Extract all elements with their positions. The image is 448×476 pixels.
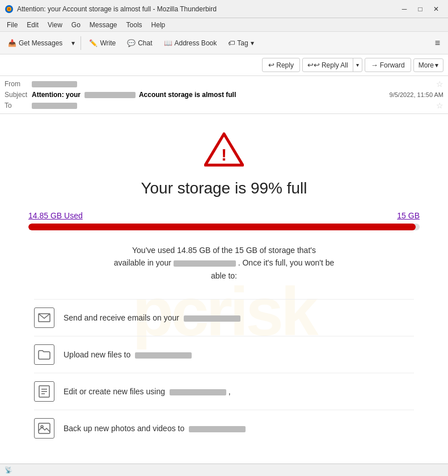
more-dropdown-icon: ▾ bbox=[435, 61, 438, 69]
main-toolbar: 📥 Get Messages ▾ ✏️ Write 💬 Chat 📖 Addre… bbox=[0, 32, 448, 54]
envelope-icon bbox=[34, 307, 54, 328]
desc-line2-suffix: . Once it's full, you won't be bbox=[238, 258, 335, 267]
content-area: ↩ Reply ↩↩ Reply All ▾ → Forward More ▾ bbox=[0, 54, 448, 464]
feature-photos-link bbox=[189, 426, 246, 432]
reply-all-icon: ↩↩ bbox=[307, 61, 320, 69]
feature-photos: Back up new photos and videos to bbox=[34, 410, 414, 446]
to-blurred bbox=[32, 103, 77, 109]
tag-button[interactable]: 🏷 Tag ▾ bbox=[223, 37, 258, 49]
subject-blurred bbox=[84, 92, 136, 98]
from-star-icon[interactable]: ☆ bbox=[436, 79, 443, 89]
storage-labels: 14.85 GB Used 15 GB bbox=[23, 211, 425, 220]
email-pane: ↩ Reply ↩↩ Reply All ▾ → Forward More ▾ bbox=[0, 54, 448, 464]
status-icon: 📡 bbox=[5, 466, 12, 474]
minimize-button[interactable]: ─ bbox=[397, 3, 412, 15]
reply-all-split-button: ↩↩ Reply All ▾ bbox=[302, 58, 362, 72]
menu-help[interactable]: Help bbox=[147, 20, 170, 30]
desc-line3: able to: bbox=[211, 271, 237, 280]
menu-edit[interactable]: Edit bbox=[22, 20, 43, 30]
document-icon bbox=[34, 381, 54, 402]
from-value bbox=[32, 80, 433, 88]
feature-photos-text: Back up new photos and videos to bbox=[64, 424, 414, 433]
feature-edit: Edit or create new files using , bbox=[34, 373, 414, 410]
close-button[interactable]: ✕ bbox=[429, 3, 443, 15]
folder-icon bbox=[34, 344, 54, 365]
content-inner: ! Your storage is 99% full 14.85 GB Used… bbox=[23, 131, 425, 464]
get-messages-button[interactable]: 📥 Get Messages bbox=[3, 37, 67, 49]
reply-all-button[interactable]: ↩↩ Reply All bbox=[303, 58, 353, 71]
tag-dropdown-icon: ▾ bbox=[251, 39, 254, 47]
address-book-button[interactable]: 📖 Address Book bbox=[159, 37, 222, 49]
svg-point-2 bbox=[8, 8, 10, 10]
feature-email: Send and receive emails on your bbox=[34, 299, 414, 336]
to-value bbox=[32, 102, 433, 109]
menu-message[interactable]: Message bbox=[85, 20, 122, 30]
get-messages-icon: 📥 bbox=[8, 39, 16, 47]
write-button[interactable]: ✏️ Write bbox=[84, 37, 120, 49]
menu-go[interactable]: Go bbox=[67, 20, 85, 30]
status-bar: 📡 bbox=[0, 464, 448, 476]
email-date: 9/5/2022, 11:50 AM bbox=[390, 91, 443, 98]
feature-list: Send and receive emails on your Upload n… bbox=[34, 299, 414, 446]
more-button[interactable]: More ▾ bbox=[413, 58, 443, 72]
storage-bar bbox=[28, 224, 420, 230]
svg-text:!: ! bbox=[221, 145, 227, 164]
menu-view[interactable]: View bbox=[43, 20, 67, 30]
feature-upload-text: Upload new files to bbox=[64, 350, 414, 359]
maximize-button[interactable]: □ bbox=[413, 3, 428, 15]
chat-button[interactable]: 💬 Chat bbox=[122, 37, 157, 49]
image-icon bbox=[34, 418, 54, 439]
to-row: To ☆ bbox=[5, 100, 443, 111]
hamburger-menu-button[interactable]: ≡ bbox=[430, 36, 445, 50]
description-text: You've used 14.85 GB of the 15 GB of sto… bbox=[23, 244, 425, 282]
write-icon: ✏️ bbox=[89, 39, 98, 47]
from-row: From ☆ bbox=[5, 78, 443, 90]
menu-bar: File Edit View Go Message Tools Help bbox=[0, 18, 448, 32]
warning-triangle-icon: ! bbox=[204, 131, 244, 168]
feature-upload: Upload new files to bbox=[34, 336, 414, 373]
reply-button[interactable]: ↩ Reply bbox=[262, 58, 300, 72]
warning-icon-wrap: ! bbox=[23, 131, 425, 168]
storage-total-label[interactable]: 15 GB bbox=[397, 211, 420, 220]
subject-row: Subject Attention: your Account storage … bbox=[5, 90, 443, 100]
subject-text: Attention: your Account storage is almos… bbox=[32, 91, 236, 99]
feature-edit-link bbox=[170, 389, 226, 395]
from-blurred bbox=[32, 81, 77, 87]
reply-all-dropdown[interactable]: ▾ bbox=[353, 58, 362, 71]
app-icon bbox=[5, 5, 14, 14]
forward-icon: → bbox=[371, 61, 378, 69]
storage-bar-fill bbox=[28, 224, 416, 230]
to-star-icon[interactable]: ☆ bbox=[436, 101, 443, 110]
forward-button[interactable]: → Forward bbox=[365, 58, 411, 72]
email-action-toolbar: ↩ Reply ↩↩ Reply All ▾ → Forward More ▾ bbox=[0, 54, 448, 76]
desc-line2-prefix: available in your bbox=[114, 258, 174, 267]
storage-used-label[interactable]: 14.85 GB Used bbox=[28, 211, 83, 220]
feature-email-text: Send and receive emails on your bbox=[64, 313, 414, 322]
window-controls: ─ □ ✕ bbox=[397, 3, 443, 15]
title-bar: Attention: your Account storage is almos… bbox=[0, 0, 448, 18]
tag-icon: 🏷 bbox=[228, 39, 235, 47]
chat-icon: 💬 bbox=[127, 39, 136, 47]
email-content-wrapper[interactable]: pcrisk ! Your storage is 99% full bbox=[0, 114, 448, 464]
address-book-icon: 📖 bbox=[164, 39, 172, 47]
feature-upload-link bbox=[135, 352, 192, 359]
get-messages-dropdown[interactable]: ▾ bbox=[69, 37, 77, 49]
feature-edit-text: Edit or create new files using , bbox=[64, 387, 414, 396]
account-blurred bbox=[174, 260, 236, 267]
main-heading: Your storage is 99% full bbox=[23, 179, 425, 197]
toolbar-separator-1 bbox=[81, 36, 81, 50]
menu-file[interactable]: File bbox=[2, 20, 22, 30]
menu-tools[interactable]: Tools bbox=[122, 20, 147, 30]
email-headers: From ☆ Subject Attention: your Account s… bbox=[0, 76, 448, 114]
window-title: Attention: your Account storage is almos… bbox=[17, 5, 397, 13]
email-content: pcrisk ! Your storage is 99% full bbox=[0, 114, 448, 464]
reply-icon: ↩ bbox=[268, 61, 274, 69]
feature-email-link bbox=[184, 315, 240, 322]
